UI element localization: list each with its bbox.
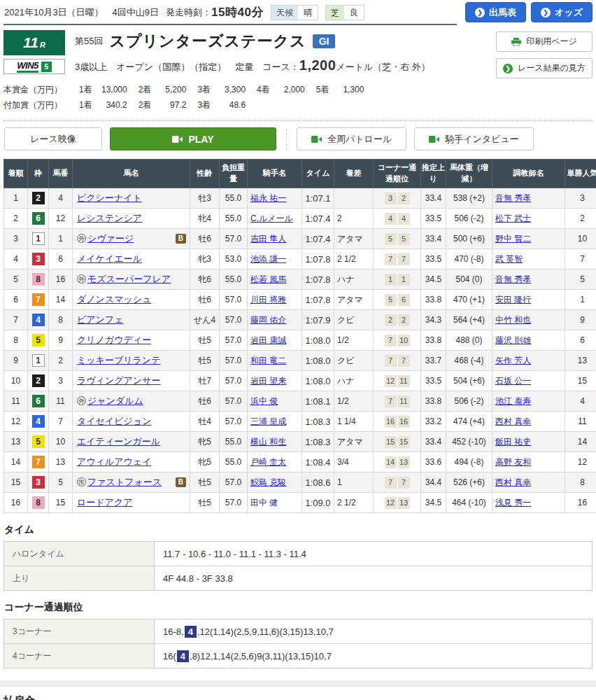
jockey-link[interactable]: 浜中 俊 — [250, 396, 278, 406]
jockey-link[interactable]: 吉田 隼人 — [250, 234, 286, 244]
jockey-interview-button[interactable]: 騎手インタビュー — [414, 127, 534, 150]
divider — [286, 129, 287, 150]
trainer-link[interactable]: 音無 秀孝 — [495, 193, 531, 203]
last-3f-time: 33.4 — [421, 432, 446, 452]
carried-weight: 57.0 — [220, 472, 248, 493]
frame-number-badge: 1 — [32, 232, 45, 245]
trainer-link[interactable]: 西村 真幸 — [495, 416, 531, 426]
result-guide-button[interactable]: レース結果の見方 — [496, 58, 593, 78]
prize-money-row: 本賞金（万円） 1着13,0002着5,2003着3,3004着2,0005着1… — [3, 83, 593, 98]
corner-order-text: ,8)12,1,14(2,5,6)9(3,11)(13,15)10,7 — [190, 651, 332, 662]
margin: 2 1/2 — [334, 493, 374, 513]
entry-table-button[interactable]: 出馬表 — [465, 2, 526, 22]
jockey-link[interactable]: 和田 竜二 — [250, 356, 286, 365]
horse-number: 15 — [49, 493, 73, 513]
horse-name-link[interactable]: ダノンスマッシュ — [77, 294, 151, 304]
corner4-position: 11 — [398, 396, 410, 407]
horse-name-link[interactable]: ファストフォース — [87, 477, 162, 487]
trainer-link[interactable]: 松下 武士 — [495, 214, 531, 223]
horse-name-link[interactable]: アウィルアウェイ — [77, 456, 151, 467]
horse-name-link[interactable]: シヴァージ — [87, 233, 134, 244]
horse-name-link[interactable]: エイティーンガール — [77, 436, 160, 447]
prize-item: 1着13,000 — [68, 85, 127, 94]
patrol-video-button[interactable]: 全周パトロール — [297, 127, 406, 150]
sex-age: 牡5 — [190, 330, 220, 351]
corner3-position: 3 — [385, 192, 397, 204]
sex-age: 牡4 — [190, 412, 220, 432]
horse-name-link[interactable]: ミッキーブリランテ — [77, 355, 160, 365]
sex-age: 牡6 — [190, 290, 220, 310]
horse-name-link[interactable]: ジャンダルム — [87, 396, 143, 406]
trainer-link[interactable]: 中竹 和也 — [495, 315, 531, 325]
trainer-link[interactable]: 石坂 公一 — [495, 376, 531, 386]
jockey-link[interactable]: 岩田 望来 — [250, 376, 286, 386]
last-3f-time: 33.4 — [421, 188, 446, 209]
trainer-link[interactable]: 西村 真幸 — [495, 477, 531, 487]
frame-number-badge: 8 — [32, 496, 45, 509]
race-result-page: 2021年10月3日（日曜） 4回中山9日 発走時刻： 15時40分 天候 晴 … — [0, 0, 596, 700]
trainer-link[interactable]: 音無 秀孝 — [495, 274, 531, 284]
jockey-link[interactable]: 川田 将雅 — [250, 295, 286, 304]
race-time: 1:08.6 — [302, 472, 334, 493]
jockey-link[interactable]: 横山 和生 — [250, 437, 286, 447]
horse-name-link[interactable]: ロードアクア — [77, 497, 133, 507]
column-header: 馬体重（増減） — [446, 160, 492, 188]
horse-name-link[interactable]: クリノガウディー — [77, 335, 151, 345]
horse-name-link[interactable]: ビアンフェ — [77, 314, 124, 325]
margin: クビ — [334, 351, 374, 371]
horse-name-link[interactable]: メイケイエール — [77, 253, 142, 264]
race-number-suffix: R — [40, 41, 45, 49]
trainer-link[interactable]: 藤沢 則雄 — [495, 335, 531, 345]
horse-name-link[interactable]: ラヴィングアンサー — [77, 375, 160, 386]
jockey-link[interactable]: 戸崎 圭太 — [250, 457, 286, 467]
horse-name-link[interactable]: ピクシーナイト — [77, 192, 142, 203]
trainer-cell: 矢作 芳人 — [492, 351, 565, 371]
horse-weight: 468 (-4) — [446, 351, 492, 371]
jockey-link[interactable]: 三浦 皇成 — [250, 416, 286, 426]
trainer-link[interactable]: 高野 友和 — [495, 457, 531, 467]
play-button[interactable]: PLAY — [110, 127, 276, 150]
odds-button[interactable]: オッズ — [531, 2, 593, 22]
jockey-cell: 川田 将雅 — [248, 290, 302, 310]
winner-highlight: 4 — [177, 650, 189, 662]
trainer-cell: 音無 秀孝 — [492, 188, 565, 209]
table-row: 3 1 1 外シヴァージB 牡6 57.0 吉田 隼人 1:07.4 アタマ 5… — [4, 229, 596, 249]
carried-weight: 55.0 — [220, 452, 248, 472]
horse-weight: 464 (-10) — [446, 493, 492, 513]
jockey-link[interactable]: 岩田 康誠 — [250, 335, 286, 345]
horse-weight: 504 (+6) — [446, 371, 492, 391]
horse-name-link[interactable]: モズスーパーフレア — [87, 274, 171, 284]
jockey-link[interactable]: 田中 健 — [250, 498, 278, 507]
win-popularity: 11 — [565, 412, 596, 432]
horse-number: 10 — [49, 432, 73, 452]
jockey-link[interactable]: 鮫島 克駿 — [250, 477, 286, 487]
jockey-link[interactable]: 池添 謙一 — [250, 254, 286, 264]
entry-table-button-label: 出馬表 — [489, 6, 516, 19]
horse-number: 9 — [49, 330, 73, 351]
trainer-link[interactable]: 飯田 祐史 — [495, 437, 531, 447]
turf-condition-badge: 芝 良 — [325, 5, 364, 20]
sex-age: 牡5 — [190, 493, 220, 513]
jockey-link[interactable]: 松若 風馬 — [250, 274, 286, 284]
frame-number-badge: 3 — [32, 253, 45, 265]
trainer-link[interactable]: 浅見 秀一 — [495, 498, 531, 507]
horse-name-link[interactable]: タイセイビジョン — [77, 416, 151, 426]
frame-number-badge: 7 — [32, 293, 45, 306]
jockey-link[interactable]: 福永 祐一 — [250, 193, 286, 203]
trainer-link[interactable]: 野中 賢二 — [495, 234, 531, 244]
jockey-link[interactable]: 藤岡 佑介 — [250, 315, 286, 325]
finish-position: 7 — [4, 310, 28, 330]
jockey-cell: 浜中 俊 — [248, 391, 302, 412]
trainer-link[interactable]: 武 英智 — [495, 254, 523, 264]
trainer-link[interactable]: 安田 隆行 — [495, 295, 531, 304]
horse-name-link[interactable]: レシステンシア — [77, 213, 142, 223]
trainer-link[interactable]: 池江 泰寿 — [495, 396, 531, 406]
prize-rank: 2着 — [139, 100, 152, 110]
trainer-link[interactable]: 矢作 芳人 — [495, 356, 531, 365]
horse-weight: 526 (+6) — [446, 472, 492, 493]
print-page-button[interactable]: 印刷用ページ — [496, 31, 593, 52]
horse-number: 14 — [49, 290, 73, 310]
horse-weight: 538 (+2) — [446, 188, 492, 209]
jockey-link[interactable]: C.ルメール — [250, 214, 293, 223]
corner4-position: 7 — [398, 253, 410, 265]
